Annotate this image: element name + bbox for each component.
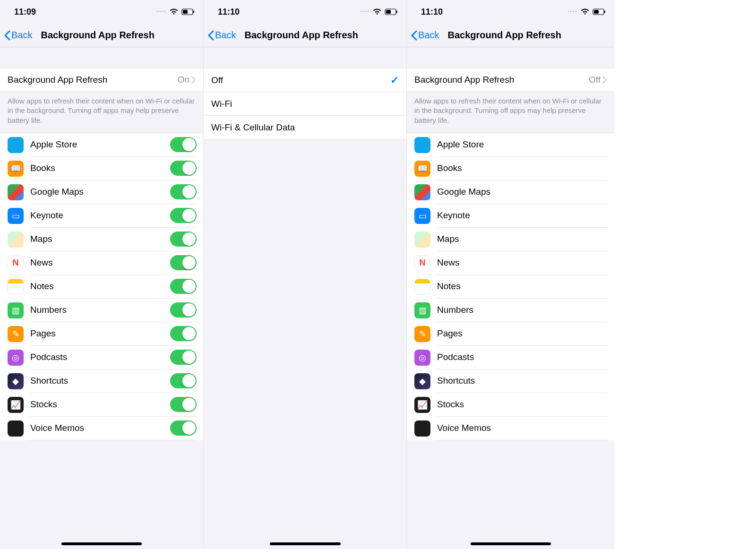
app-icon [414, 137, 430, 153]
battery-icon [593, 9, 606, 15]
footer-text: Allow apps to refresh their content when… [0, 92, 203, 133]
app-name-label: Apple Store [437, 139, 608, 150]
app-icon: ▥ [8, 302, 24, 318]
bar-setting-row[interactable]: Background App Refresh Off [407, 68, 614, 92]
app-icon [414, 184, 430, 200]
app-name-label: Pages [437, 328, 608, 339]
app-row: Maps [0, 228, 203, 251]
app-row: ▭Keynote [407, 204, 614, 228]
app-name-label: Numbers [30, 305, 170, 315]
app-name-label: Books [437, 163, 608, 173]
page-title: Background App Refresh [41, 30, 154, 41]
app-name-label: Notes [30, 281, 170, 292]
app-icon: ▭ [8, 208, 24, 224]
app-name-label: Podcasts [30, 352, 170, 362]
app-name-label: Maps [30, 234, 170, 244]
app-icon: ◆ [8, 373, 24, 389]
option-row[interactable]: Off✓ [204, 69, 406, 92]
screen-1: 11:09 •••• Back Background App Refresh B… [0, 0, 203, 549]
app-row: ✎Pages [407, 322, 614, 346]
chevron-left-icon [207, 30, 214, 41]
app-icon: ✎ [8, 326, 24, 342]
chevron-right-icon [602, 76, 607, 84]
app-name-label: Stocks [437, 399, 608, 410]
app-icon: 📖 [414, 161, 430, 177]
option-label: Wi-Fi [211, 99, 232, 109]
app-name-label: Apple Store [30, 139, 170, 150]
app-toggle[interactable] [170, 232, 197, 247]
bar-setting-label: Background App Refresh [414, 75, 514, 85]
option-row[interactable]: Wi-Fi [204, 92, 406, 116]
bar-setting-value: On [178, 75, 196, 85]
app-toggle[interactable] [170, 302, 197, 317]
status-time: 11:10 [421, 7, 443, 17]
status-icons: •••• [156, 9, 195, 15]
nav-bar: Back Background App Refresh [0, 24, 203, 47]
app-row: 📈Stocks [0, 393, 203, 417]
option-row[interactable]: Wi-Fi & Cellular Data [204, 116, 406, 139]
page-title: Background App Refresh [244, 30, 358, 41]
app-list: Apple Store📖BooksGoogle Maps▭KeynoteMaps… [0, 133, 203, 440]
checkmark-icon: ✓ [390, 74, 399, 86]
app-icon: 📈 [8, 397, 24, 413]
back-button[interactable]: Back [411, 30, 439, 41]
section-spacer [407, 47, 614, 68]
app-icon: ◎ [414, 350, 430, 366]
app-name-label: Keynote [437, 210, 608, 221]
app-name-label: Google Maps [30, 187, 170, 197]
footer-text: Allow apps to refresh their content when… [407, 92, 614, 133]
home-indicator [270, 542, 341, 545]
app-name-label: Numbers [437, 305, 608, 315]
app-name-label: Books [30, 163, 170, 173]
page-title: Background App Refresh [447, 30, 561, 41]
app-icon [8, 279, 24, 295]
svg-rect-7 [594, 10, 599, 14]
app-toggle[interactable] [170, 350, 197, 365]
section-spacer [204, 47, 406, 68]
battery-icon [181, 9, 195, 15]
back-label: Back [418, 30, 439, 41]
app-toggle[interactable] [170, 326, 197, 341]
status-bar: 11:10 •••• [204, 0, 406, 24]
app-row: ▥Numbers [0, 299, 203, 322]
app-list: Apple Store📖BooksGoogle Maps▭KeynoteMaps… [407, 133, 614, 440]
app-icon: ◆ [414, 373, 430, 389]
chevron-left-icon [4, 30, 10, 41]
app-toggle[interactable] [170, 208, 197, 223]
home-indicator [61, 542, 142, 545]
app-row: ◆Shortcuts [0, 369, 203, 393]
app-row: ▭Keynote [0, 204, 203, 228]
svg-rect-2 [193, 11, 194, 13]
app-icon: N [8, 255, 24, 271]
status-icons: •••• [360, 9, 398, 15]
app-row: 📖Books [407, 157, 614, 180]
app-toggle[interactable] [170, 373, 197, 388]
app-row: Apple Store [407, 133, 614, 157]
app-name-label: Voice Memos [30, 423, 170, 433]
app-row: Notes [407, 275, 614, 299]
app-icon: ▥ [414, 302, 430, 318]
app-toggle[interactable] [170, 420, 197, 436]
app-toggle[interactable] [170, 137, 197, 152]
app-name-label: Keynote [30, 210, 170, 221]
app-toggle[interactable] [170, 184, 197, 199]
back-button[interactable]: Back [4, 30, 32, 41]
app-toggle[interactable] [170, 161, 197, 176]
section-spacer [0, 47, 203, 68]
app-name-label: Shortcuts [437, 376, 608, 386]
app-row: ◆Shortcuts [407, 369, 614, 393]
svg-rect-4 [386, 10, 391, 14]
app-row: NNews [407, 251, 614, 275]
app-row: ✎Pages [0, 322, 203, 346]
back-button[interactable]: Back [207, 30, 236, 41]
app-row: 📈Stocks [407, 393, 614, 417]
screen-3: 11:10 •••• Back Background App Refresh B… [406, 0, 614, 549]
app-toggle[interactable] [170, 279, 197, 294]
option-label: Wi-Fi & Cellular Data [211, 122, 295, 133]
app-icon [8, 184, 24, 200]
app-icon [414, 232, 430, 248]
option-label: Off [211, 75, 223, 86]
app-toggle[interactable] [170, 397, 197, 412]
bar-setting-row[interactable]: Background App Refresh On [0, 68, 203, 92]
app-toggle[interactable] [170, 255, 197, 270]
